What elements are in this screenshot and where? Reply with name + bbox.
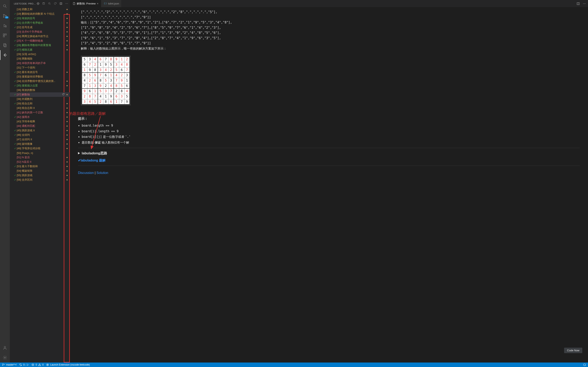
problem-row[interactable]: [41] 缺失的第一个正数✦	[10, 110, 70, 115]
problem-row[interactable]: [28] 实现 strStr()	[10, 52, 70, 57]
files-icon[interactable]	[0, 40, 10, 50]
problem-row[interactable]: [51] N 皇后✦	[10, 155, 70, 160]
star-icon: ✦	[66, 93, 68, 96]
sudoku-cell: 4	[124, 89, 130, 94]
problem-row[interactable]: ✓[49] 字母异位词分组✦	[10, 146, 70, 151]
leetcode-icon[interactable]	[0, 50, 10, 60]
more-actions-icon[interactable]	[583, 2, 586, 5]
problem-row[interactable]: ✓[22] 括号生成✦	[10, 25, 70, 30]
more-icon[interactable]	[65, 2, 68, 5]
problem-row[interactable]: ✓[55] 跳跃游戏✦	[10, 173, 70, 178]
globe-icon[interactable]	[36, 2, 40, 5]
problem-row[interactable]: [54] 螺旋矩阵✦	[10, 169, 70, 173]
problem-row[interactable]: [33] 搜索旋转排序数组	[10, 75, 70, 79]
star-icon: ✦	[66, 35, 68, 38]
split-editor-icon[interactable]	[577, 2, 580, 5]
problem-list[interactable]: [18] 四数之和✦✓[19] 删除链表的倒数第 N 个结点✦✓[20] 有效的…	[10, 7, 70, 182]
task-status[interactable]: Launch Extension (vscode-leetcode)	[46, 363, 90, 366]
star-icon: ✦	[66, 169, 68, 173]
problem-label: [27] 移除元素	[17, 48, 66, 52]
sudoku-cell: 1	[82, 67, 87, 73]
problem-row[interactable]: [30] 串联所有单词的子串	[10, 61, 70, 66]
problem-label: [31] 下一个排列	[17, 66, 68, 69]
problem-row[interactable]: ✓[56] 合并区间✦	[10, 178, 70, 182]
git-branch[interactable]: master*+!	[2, 363, 17, 366]
problem-row[interactable]: ✓[32] 最长有效括号✦	[10, 70, 70, 75]
star-icon: ✦	[66, 116, 68, 119]
sudoku-cell: 5	[93, 99, 98, 104]
thoughts-summary[interactable]: labuladong思路	[78, 151, 580, 156]
problem-row[interactable]: [47] 全排列 II✦	[10, 137, 70, 142]
problem-row[interactable]: [29] 两数相除	[10, 57, 70, 61]
sudoku-cell: 5	[114, 67, 119, 73]
preview-content[interactable]: [".",".",".","2",".",".",".",".","6","."…	[70, 7, 588, 363]
problem-row[interactable]: ✓[25] K 个一组翻转链表✦	[10, 39, 70, 43]
discussion-link[interactable]: Discussion	[78, 171, 94, 175]
star-icon: ✦	[66, 129, 68, 132]
search-icon[interactable]	[0, 1, 10, 11]
settings-gear-icon[interactable]	[0, 353, 10, 363]
refresh-icon[interactable]	[62, 93, 65, 96]
problem-row[interactable]: [24] 两两交换链表中的节点✦	[10, 34, 70, 39]
tab[interactable]: 解数独: Preview×	[70, 0, 101, 7]
svg-line-19	[50, 4, 51, 4]
problem-row[interactable]: [38] 外观数列	[10, 97, 70, 101]
problem-row[interactable]: [31] 下一个排列	[10, 66, 70, 70]
problem-row[interactable]: ✓[39] 组合总和✦	[10, 101, 70, 106]
problem-row[interactable]: ✓[37] 解数独✦	[10, 92, 70, 97]
sudoku-cell: 4	[114, 73, 119, 78]
sudoku-cell: 8	[82, 73, 87, 78]
sudoku-cell: 5	[108, 62, 114, 67]
problem-row[interactable]: [50] Pow(x, n)	[10, 151, 70, 155]
problem-row[interactable]: ✓[53] 最大子数组和✦	[10, 164, 70, 169]
problem-row[interactable]: [40] 组合总和 II✦	[10, 106, 70, 110]
account-icon[interactable]	[0, 343, 10, 353]
star-icon: ✦	[66, 165, 68, 168]
problem-row[interactable]: ✓[20] 有效的括号✦	[10, 16, 70, 21]
git-sync[interactable]: 0↓ 1↑	[19, 363, 29, 366]
sudoku-cell: 6	[103, 73, 108, 78]
debug-icon[interactable]	[0, 21, 10, 31]
source-control-icon[interactable]: 13	[0, 11, 10, 21]
collapse-icon[interactable]	[59, 2, 62, 5]
problem-row[interactable]: ✓[45] 跳跃游戏 II✦	[10, 128, 70, 133]
problem-row[interactable]: [18] 四数之和✦	[10, 7, 70, 12]
sudoku-cell: 9	[103, 62, 108, 67]
problems-status[interactable]: 0 0	[31, 363, 43, 366]
problem-label: [35] 搜索插入位置	[17, 84, 66, 87]
labuladong-solution-link[interactable]: ✔labuladong 题解	[78, 159, 105, 162]
sudoku-cell: 3	[82, 99, 87, 104]
problem-row[interactable]: [52] N皇后 II✦	[10, 160, 70, 164]
problem-row[interactable]: [36] 有效的数独	[10, 88, 70, 92]
problem-row[interactable]: ✓[26] 删除有序数组中的重复项✦	[10, 43, 70, 48]
done-check-icon: ✓	[13, 165, 17, 168]
search-icon[interactable]	[48, 2, 51, 5]
problem-label: [34] 在排序数组中查找元素的第..	[17, 79, 66, 83]
problem-row[interactable]: [43] 字符串相乘✦	[10, 119, 70, 124]
problem-row[interactable]: ✓[42] 接雨水✦	[10, 115, 70, 119]
problem-row[interactable]: ✓[27] 移除元素✦	[10, 48, 70, 52]
problem-row[interactable]: ✓[34] 在排序数组中查找元素的第..✦	[10, 79, 70, 83]
sidebar-header: LEETCODE: PROBLE…	[10, 0, 70, 7]
star-icon: ✦	[66, 147, 68, 150]
external-link-icon[interactable]	[42, 2, 45, 5]
problem-row[interactable]: ✓[35] 搜索插入位置✦	[10, 83, 70, 88]
problem-row[interactable]: ✓[46] 全排列✦	[10, 133, 70, 137]
problem-row[interactable]: ✓[19] 删除链表的倒数第 N 个结点✦	[10, 12, 70, 16]
star-icon: ✦	[66, 160, 68, 164]
sudoku-cell: 1	[87, 83, 93, 89]
problem-row[interactable]: ✓[21] 合并两个有序链表✦	[10, 21, 70, 25]
feedback-icon[interactable]	[583, 363, 586, 366]
problem-row[interactable]: ✓[48] 旋转图像✦	[10, 142, 70, 146]
problem-row[interactable]: [23] 合并K个升序链表✦	[10, 30, 70, 34]
extensions-icon[interactable]	[0, 31, 10, 40]
tab[interactable]: tslint.json	[101, 0, 122, 7]
solution-link[interactable]: Solution	[96, 171, 108, 175]
code-now-button[interactable]: Code Now	[564, 348, 582, 353]
refresh-icon[interactable]	[53, 2, 57, 5]
svg-point-32	[2, 364, 3, 364]
close-icon[interactable]: ×	[97, 2, 98, 5]
problem-label: [49] 字母异位词分组	[17, 147, 66, 150]
problem-row[interactable]: [44] 通配符匹配✦	[10, 124, 70, 128]
labuladong-thoughts[interactable]: labuladong思路	[78, 151, 580, 156]
